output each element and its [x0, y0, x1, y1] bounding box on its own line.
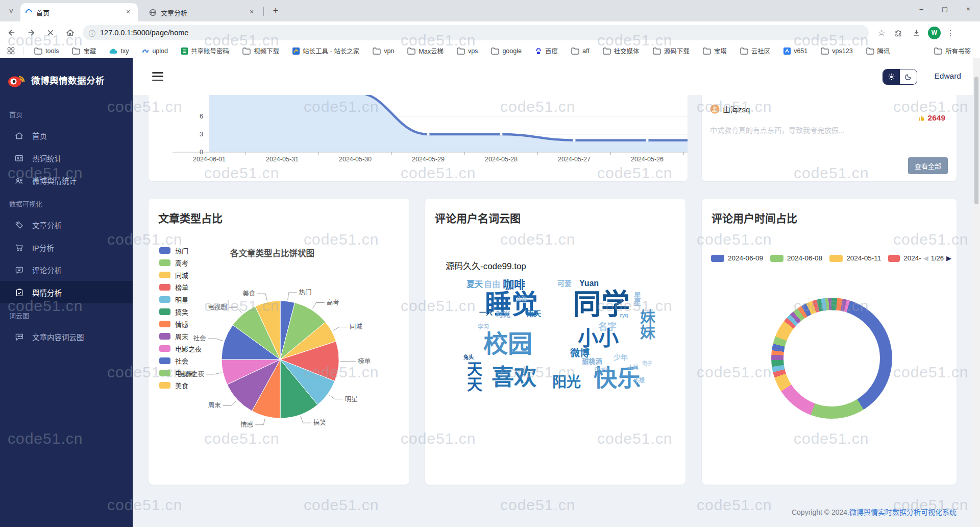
bookmark-item[interactable]: 百度 [535, 46, 558, 56]
bookmark-item[interactable]: 源码下载 [653, 46, 690, 56]
browser-toolbar: ⓘ 127.0.0.1:5000/page/home ☆ W ⋮ [0, 21, 980, 44]
sidebar-item-文章分析[interactable]: 文章分析 [0, 213, 133, 236]
tab-close-icon[interactable]: × [247, 8, 256, 17]
new-tab-button[interactable]: + [269, 4, 282, 17]
system-link[interactable]: 微博舆情实时数据分析可视化系统 [849, 508, 957, 516]
comment-username: 山海zsq [723, 104, 750, 114]
cloud-word: 山海 [517, 297, 527, 302]
cloud-word: 可爱 [557, 280, 572, 287]
back-button[interactable] [4, 25, 19, 40]
window-close-button[interactable]: × [957, 0, 980, 17]
sidebar-item-微博舆情统计[interactable]: 微博舆情统计 [0, 169, 133, 191]
sidebar-item-舆情分析[interactable]: 舆情分析 [0, 281, 133, 303]
sheet-favicon-icon [181, 47, 188, 55]
user-avatar-icon [710, 104, 720, 114]
user-name[interactable]: Edward [934, 71, 961, 81]
bookmark-label: google [502, 47, 522, 55]
svg-text:6: 6 [200, 113, 203, 120]
url-text[interactable]: 127.0.0.1:5000/page/home [100, 29, 188, 37]
sidebar-item-IP分析[interactable]: IP分析 [0, 236, 133, 258]
all-bookmarks-label: 所有书签 [945, 46, 971, 56]
site-info-icon[interactable]: ⓘ [89, 28, 95, 38]
bookmark-item[interactable]: vpn [373, 47, 394, 55]
folder-icon [603, 47, 611, 55]
legend-item[interactable]: 2024-05-11 [829, 254, 881, 262]
sidebar-item-label: 文章内容词云图 [32, 331, 84, 342]
cloud-favicon-icon [109, 48, 117, 54]
profile-avatar[interactable]: W [928, 27, 941, 39]
bookmark-item[interactable]: 腾讯 [866, 46, 890, 56]
extensions-icon[interactable] [891, 25, 906, 40]
address-bar[interactable]: ⓘ 127.0.0.1:5000/page/home [83, 25, 869, 40]
bookmark-item[interactable]: 宝塔 [703, 46, 727, 56]
all-bookmarks-button[interactable]: 所有书签 [934, 46, 971, 56]
browser-tab-home[interactable]: 首页 × [20, 3, 138, 21]
legend-item[interactable]: 2024-06-09 [711, 254, 763, 262]
thumbs-up-icon [918, 114, 926, 122]
sidebar-item-label: IP分析 [32, 242, 54, 253]
theme-toggle[interactable] [883, 69, 917, 85]
bookmark-label: 视频下载 [254, 46, 279, 56]
browser-tab-article[interactable]: 文章分析 × [144, 3, 261, 21]
folder-icon [703, 47, 711, 55]
apps-grid-icon[interactable] [7, 47, 15, 55]
window-maximize-button[interactable]: ▢ [933, 0, 957, 17]
bookmark-item[interactable]: vps123 [821, 47, 852, 55]
bookmark-item[interactable]: uplod [142, 47, 168, 55]
bookmark-label: 宝藏 [83, 46, 96, 56]
sidebar-item-文章内容词云图[interactable]: 文章内容词云图 [0, 325, 133, 348]
bookmark-star-icon[interactable]: ☆ [874, 25, 889, 40]
brand-title: 微博舆情数据分析 [31, 74, 105, 86]
dark-mode-button[interactable] [900, 69, 917, 84]
cloud-word: 校园 [483, 332, 532, 356]
comment-text: 中式教育真的有点东西，导致我考完放假... [710, 125, 935, 135]
hamburger-menu-icon[interactable] [152, 72, 163, 81]
bookmark-item[interactable]: 共享账号密码 [181, 46, 229, 56]
bookmark-label: v651 [794, 47, 807, 55]
light-mode-button[interactable] [883, 69, 900, 84]
bookmark-item[interactable]: 社交媒体 [603, 46, 640, 56]
bookmark-item[interactable]: 宝藏 [72, 46, 96, 56]
bookmark-item[interactable]: txy [109, 47, 129, 55]
forward-button[interactable] [23, 25, 39, 40]
copyright-text: Copyright © 2024. [792, 508, 849, 516]
bookmark-item[interactable]: google [491, 47, 522, 55]
bookmark-label: 腾讯 [877, 46, 890, 56]
legend-next-icon[interactable]: ▶ [946, 254, 951, 262]
download-icon[interactable] [909, 25, 924, 40]
page-scrollbar[interactable] [973, 58, 980, 527]
legend-chip [159, 321, 170, 327]
stop-reload-button[interactable] [43, 25, 58, 40]
sidebar-item-评论分析[interactable]: 评论分析 [0, 258, 133, 281]
legend-item[interactable]: 2024-06-08 [770, 254, 822, 262]
bookmark-item[interactable]: 云社区 [740, 46, 771, 56]
browser-menu-icon[interactable]: ⋮ [943, 25, 958, 40]
scrollbar-thumb[interactable] [974, 77, 978, 204]
home-button[interactable] [62, 25, 78, 40]
sidebar-item-热词统计[interactable]: 热词统计 [0, 147, 133, 169]
folder-icon [457, 47, 465, 55]
bookmarks-separator [23, 47, 23, 55]
view-all-button[interactable]: 查看全部 [908, 157, 948, 174]
tab-search-button[interactable]: ˅ [4, 4, 18, 18]
bookmark-item[interactable]: Max云梯 [407, 46, 444, 56]
legend-prev-icon[interactable]: ◀ [923, 254, 928, 262]
cloud-word: 阳光 [552, 375, 581, 390]
tool-favicon-icon [292, 47, 300, 55]
bookmark-item[interactable]: 站长工具 - 站长之家 [292, 46, 359, 56]
pie-label: 搞笑 [313, 419, 326, 426]
window-minimize-button[interactable]: – [910, 0, 933, 17]
wordcloud-card: 评论用户名词云图 源码久久-code99.top 睡觉同学校园小小喜欢快乐阳光天… [425, 199, 685, 485]
tab-divider [263, 7, 264, 16]
bookmark-item[interactable]: aff [571, 47, 590, 55]
legend-chip [770, 255, 783, 262]
pie-label: 周末 [208, 402, 222, 409]
bookmark-item[interactable]: 视频下载 [242, 46, 279, 56]
folder-icon [653, 47, 661, 55]
bookmark-item[interactable]: vps [457, 47, 478, 55]
cloud-word: 时光 [496, 310, 510, 318]
bookmark-item[interactable]: tools [34, 47, 59, 55]
bookmark-item[interactable]: v651 [783, 47, 807, 55]
sidebar-item-首页[interactable]: 首页 [0, 124, 133, 147]
tab-close-icon[interactable]: × [124, 8, 133, 17]
